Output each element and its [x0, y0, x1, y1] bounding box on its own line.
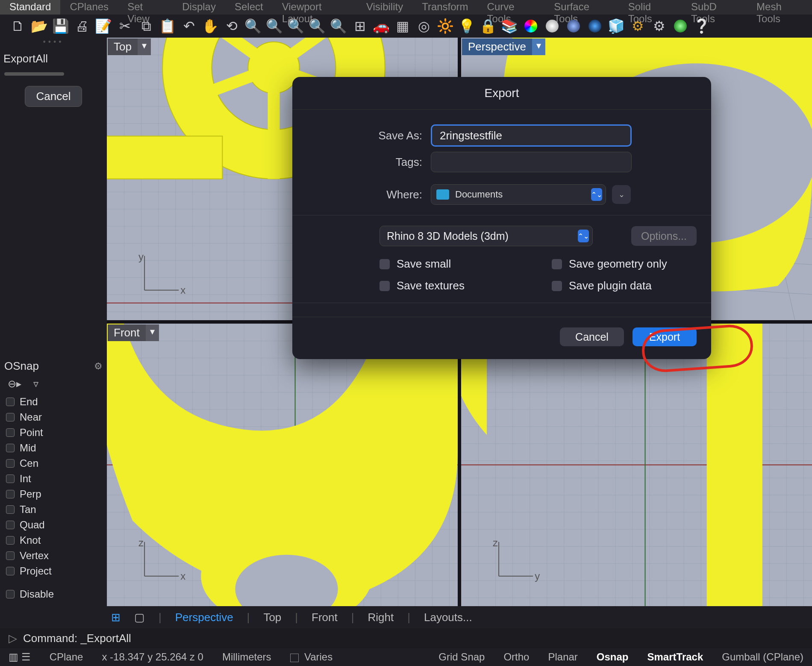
zoom-in-icon[interactable]: 🔍 [244, 17, 262, 35]
layers-icon[interactable]: 📚 [500, 17, 519, 35]
copy-icon[interactable]: ⧉ [137, 17, 156, 35]
where-select[interactable]: Documents ⌃⌄ [431, 184, 606, 205]
save-geometry-checkbox[interactable] [552, 259, 562, 269]
status-layout-icon[interactable]: ▥ ☰ [9, 651, 31, 663]
rotate-view-icon[interactable]: ⟲ [222, 17, 241, 35]
paste-icon[interactable]: 📋 [158, 17, 177, 35]
viewport-top-label[interactable]: Top [108, 38, 138, 55]
viewport-persp-label[interactable]: Perspective [462, 38, 532, 55]
viewport-front[interactable]: z x Front▾ [107, 324, 458, 606]
tab-surface-tools[interactable]: Surface Tools [544, 0, 618, 15]
command-line[interactable]: ▷ Command: _ExportAll [0, 628, 812, 648]
osnap-int-checkbox[interactable] [6, 474, 15, 483]
pan-icon[interactable]: ✋ [201, 17, 220, 35]
tab-solid-tools[interactable]: Solid Tools [619, 0, 682, 15]
status-smarttrack[interactable]: SmartTrack [647, 651, 703, 663]
materials-icon[interactable] [521, 17, 540, 35]
where-expand-button[interactable]: ⌄ [612, 185, 631, 204]
osnap-point-checkbox[interactable] [6, 428, 15, 437]
gear-icon[interactable]: ⚙ [628, 17, 647, 35]
plugin-icon[interactable]: ⚙ [650, 17, 668, 35]
status-gumball[interactable]: Gumball (CPlane) [722, 651, 803, 663]
dialog-export-button[interactable]: Export [633, 327, 697, 346]
status-osnap[interactable]: Osnap [597, 651, 629, 663]
tags-input[interactable] [431, 152, 632, 172]
status-units[interactable]: Millimeters [222, 651, 271, 663]
saveas-input[interactable] [431, 124, 632, 147]
viewport-right[interactable]: z y [461, 324, 812, 606]
tab-mesh-tools[interactable]: Mesh Tools [747, 0, 812, 15]
open-icon[interactable]: 📂 [30, 17, 49, 35]
btab-right[interactable]: Right [368, 611, 394, 624]
osnap-end-checkbox[interactable] [6, 398, 15, 406]
status-gridsnap[interactable]: Grid Snap [438, 651, 485, 663]
osnap-quad-checkbox[interactable] [6, 521, 15, 529]
new-file-icon[interactable]: 🗋 [9, 17, 27, 35]
osnap-filter-icon[interactable]: ▿ [33, 378, 38, 390]
status-planar[interactable]: Planar [548, 651, 577, 663]
tab-visibility[interactable]: Visibility [357, 0, 412, 15]
lock-icon[interactable]: 🔒 [479, 17, 497, 35]
osnap-perp-checkbox[interactable] [6, 490, 15, 498]
tab-curve-tools[interactable]: Curve Tools [478, 0, 545, 15]
btab-front[interactable]: Front [312, 611, 338, 624]
single-view-btn-icon[interactable]: ▢ [134, 611, 145, 624]
print-icon[interactable]: 🖨 [73, 17, 91, 35]
status-cplane[interactable]: CPlane [50, 651, 83, 663]
zoom-sel-icon[interactable]: 🔍 [286, 17, 305, 35]
light-icon[interactable]: 🔆 [436, 17, 455, 35]
status-layer-swatch[interactable] [290, 654, 299, 662]
tab-subd-tools[interactable]: SubD Tools [682, 0, 747, 15]
target-icon[interactable]: ◎ [415, 17, 433, 35]
help-sphere-icon[interactable] [671, 17, 690, 35]
grad-edit-icon[interactable] [543, 17, 562, 35]
sphere1-icon[interactable] [564, 17, 583, 35]
tab-standard[interactable]: Standard [0, 0, 60, 15]
save-textures-checkbox[interactable] [380, 281, 390, 291]
tab-setview[interactable]: Set View [118, 0, 173, 15]
viewport-front-dd-icon[interactable]: ▾ [146, 324, 159, 341]
four-view-btn-icon[interactable]: ⊞ [111, 611, 121, 624]
save-small-checkbox[interactable] [380, 259, 390, 269]
render-icon[interactable]: 🚗 [372, 17, 391, 35]
panel-handle-icon[interactable]: •••• [0, 38, 107, 46]
tab-display[interactable]: Display [173, 0, 225, 15]
status-ortho[interactable]: Ortho [503, 651, 529, 663]
osnap-knot-checkbox[interactable] [6, 536, 15, 545]
four-view-icon[interactable]: ⊞ [350, 17, 369, 35]
viewport-front-label[interactable]: Front [108, 324, 146, 341]
zoom-ext-icon[interactable]: 🔍 [308, 17, 327, 35]
viewport-persp-dd-icon[interactable]: ▾ [532, 38, 545, 55]
osnap-mid-checkbox[interactable] [6, 444, 15, 452]
zoom-all-icon[interactable]: 🔍 [329, 17, 348, 35]
tab-select[interactable]: Select [225, 0, 273, 15]
notes-icon[interactable]: 📝 [94, 17, 113, 35]
options-icon[interactable]: 🧊 [607, 17, 626, 35]
bulb-icon[interactable]: 💡 [457, 17, 476, 35]
tab-transform[interactable]: Transform [412, 0, 477, 15]
save-plugin-checkbox[interactable] [552, 281, 562, 291]
viewport-top-dd-icon[interactable]: ▾ [138, 38, 151, 55]
btab-top[interactable]: Top [263, 611, 281, 624]
render-preview-icon[interactable]: ▦ [393, 17, 412, 35]
options-button[interactable]: Options... [631, 226, 697, 246]
osnap-project-checkbox[interactable] [6, 567, 15, 575]
help-icon[interactable]: ❔ [692, 17, 711, 35]
save-icon[interactable]: 💾 [51, 17, 70, 35]
osnap-disable-checkbox[interactable] [6, 590, 15, 598]
osnap-gear-icon[interactable]: ⚙ [94, 361, 103, 372]
tab-cplanes[interactable]: CPlanes [60, 0, 118, 15]
cut-icon[interactable]: ✂ [115, 17, 134, 35]
zoom-window-icon[interactable]: 🔍 [265, 17, 284, 35]
sphere2-icon[interactable] [585, 17, 604, 35]
btab-perspective[interactable]: Perspective [175, 611, 233, 624]
format-select[interactable]: Rhino 8 3D Models (3dm) ⌃⌄ [380, 226, 593, 246]
osnap-vertex-checkbox[interactable] [6, 551, 15, 560]
osnap-mode-icon[interactable]: ⊖▸ [8, 378, 21, 390]
btab-layouts[interactable]: Layouts... [424, 611, 472, 624]
dialog-cancel-button[interactable]: Cancel [560, 327, 624, 346]
tab-viewport-layout[interactable]: Viewport Layout [273, 0, 357, 15]
osnap-cen-checkbox[interactable] [6, 459, 15, 468]
undo-icon[interactable]: ↶ [179, 17, 198, 35]
side-cancel-button[interactable]: Cancel [25, 86, 82, 107]
